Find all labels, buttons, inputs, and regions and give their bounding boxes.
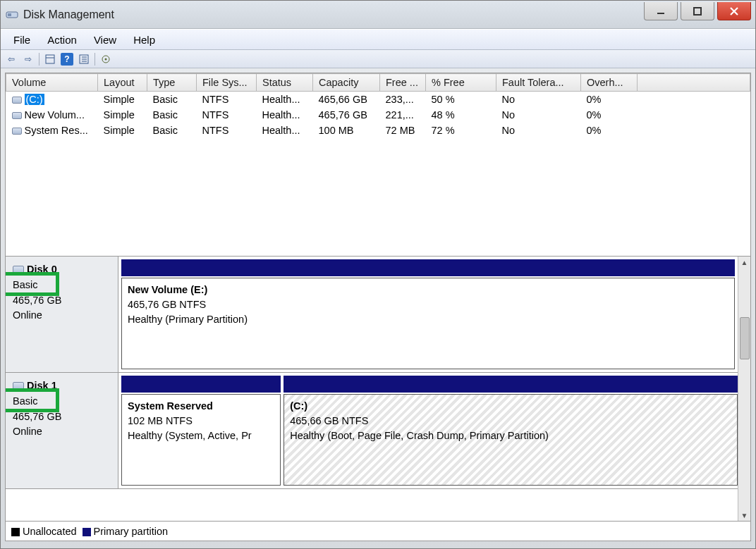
primary-swatch-icon bbox=[83, 528, 91, 536]
legend-primary: Primary partition bbox=[83, 526, 169, 537]
column-header[interactable]: Free ... bbox=[380, 74, 426, 92]
table-cell: No bbox=[496, 92, 581, 108]
partition[interactable]: System Reserved102 MB NTFSHealthy (Syste… bbox=[121, 394, 281, 486]
content-area: VolumeLayoutTypeFile Sys...StatusCapacit… bbox=[5, 73, 751, 541]
legend-unallocated-label: Unallocated bbox=[23, 526, 77, 537]
forward-icon[interactable]: ⇨ bbox=[22, 53, 35, 66]
disk-partitions: New Volume (E:)465,76 GB NTFSHealthy (Pr… bbox=[118, 257, 738, 372]
legend-unallocated: Unallocated bbox=[11, 526, 77, 537]
vertical-scrollbar[interactable]: ▲ ▼ bbox=[738, 257, 750, 521]
disk-row: Disk 0Basic465,76 GBOnlineNew Volume (E:… bbox=[6, 257, 738, 373]
table-cell: System Res... bbox=[6, 123, 98, 138]
column-header[interactable]: Capacity bbox=[313, 74, 380, 92]
partition-status: Healthy (Boot, Page File, Crash Dump, Pr… bbox=[290, 428, 731, 443]
table-cell: 0% bbox=[581, 92, 638, 108]
disk-icon bbox=[13, 266, 24, 274]
column-header[interactable]: File Sys... bbox=[197, 74, 257, 92]
table-cell: Simple bbox=[98, 123, 147, 138]
table-row[interactable]: New Volum...SimpleBasicNTFSHealth...465,… bbox=[6, 107, 750, 123]
column-header[interactable]: Layout bbox=[98, 74, 147, 92]
table-cell: 0% bbox=[581, 107, 638, 123]
back-icon[interactable]: ⇦ bbox=[5, 53, 18, 66]
menu-file[interactable]: File bbox=[5, 32, 39, 48]
svg-rect-6 bbox=[46, 55, 54, 63]
table-cell: NTFS bbox=[197, 123, 257, 138]
disk-size: 465,76 GB bbox=[13, 295, 61, 306]
menu-action[interactable]: Action bbox=[39, 32, 85, 48]
table-row[interactable]: (C:)SimpleBasicNTFSHealth...465,66 GB233… bbox=[6, 92, 750, 108]
partition[interactable]: (C:)465,66 GB NTFSHealthy (Boot, Page Fi… bbox=[284, 394, 738, 486]
partition-title: New Volume (E:) bbox=[128, 283, 728, 297]
table-cell: Health... bbox=[257, 123, 313, 138]
table-cell: 100 MB bbox=[313, 123, 380, 138]
close-button[interactable] bbox=[717, 2, 751, 20]
table-cell: New Volum... bbox=[6, 107, 98, 123]
disk-list: Disk 0Basic465,76 GBOnlineNew Volume (E:… bbox=[6, 257, 738, 521]
disk-icon bbox=[13, 382, 24, 390]
app-window: Disk Management File Action View Help ⇦ … bbox=[0, 0, 756, 549]
table-cell: No bbox=[496, 107, 581, 123]
minimize-button[interactable] bbox=[644, 2, 678, 20]
table-header-row[interactable]: VolumeLayoutTypeFile Sys...StatusCapacit… bbox=[6, 74, 750, 92]
table-cell: 50 % bbox=[426, 92, 496, 108]
toolbar: ⇦ ⇨ ? bbox=[1, 50, 755, 68]
partition[interactable]: New Volume (E:)465,76 GB NTFSHealthy (Pr… bbox=[121, 278, 735, 369]
table-row[interactable]: System Res...SimpleBasicNTFSHealth...100… bbox=[6, 123, 750, 138]
disk-status: Online bbox=[13, 426, 42, 437]
column-header[interactable]: % Free bbox=[426, 74, 496, 92]
table-cell: Basic bbox=[147, 123, 197, 138]
volume-icon bbox=[12, 112, 22, 119]
partition-status: Healthy (Primary Partition) bbox=[128, 312, 728, 327]
app-icon bbox=[5, 8, 19, 22]
column-header[interactable]: Type bbox=[147, 74, 197, 92]
table-cell: 72 MB bbox=[380, 123, 426, 138]
window-controls bbox=[644, 2, 751, 20]
menubar: File Action View Help bbox=[1, 29, 755, 50]
table-cell: NTFS bbox=[197, 92, 257, 108]
disk-name: Disk 0 bbox=[27, 264, 57, 275]
disk-row: Disk 1Basic465,76 GBOnlineSystem Reserve… bbox=[6, 373, 738, 489]
disk-graphical-area: Disk 0Basic465,76 GBOnlineNew Volume (E:… bbox=[6, 257, 750, 521]
partition-title: System Reserved bbox=[128, 399, 274, 414]
partition-title: (C:) bbox=[290, 399, 731, 414]
partition-size: 102 MB NTFS bbox=[128, 414, 274, 428]
disk-info[interactable]: Disk 0Basic465,76 GBOnline bbox=[6, 257, 118, 372]
table-cell: No bbox=[496, 123, 581, 138]
maximize-button[interactable] bbox=[681, 2, 714, 20]
disk-type: Basic bbox=[13, 395, 37, 407]
disk-size: 465,76 GB bbox=[13, 411, 61, 422]
partition-size: 465,76 GB NTFS bbox=[128, 297, 728, 312]
unallocated-swatch-icon bbox=[11, 528, 20, 536]
scroll-down-icon[interactable]: ▼ bbox=[741, 510, 748, 521]
volume-icon bbox=[12, 128, 22, 135]
menu-view[interactable]: View bbox=[85, 32, 125, 48]
table-cell: Basic bbox=[147, 92, 197, 108]
column-header[interactable]: Volume bbox=[6, 74, 98, 92]
table-cell: 48 % bbox=[426, 107, 496, 123]
column-header[interactable]: Overh... bbox=[581, 74, 638, 92]
table-cell: Health... bbox=[257, 107, 313, 123]
table-cell: NTFS bbox=[197, 107, 257, 123]
table-cell: Basic bbox=[147, 107, 197, 123]
titlebar[interactable]: Disk Management bbox=[1, 1, 755, 29]
column-header[interactable]: Fault Tolera... bbox=[496, 74, 581, 92]
scrollbar-thumb[interactable] bbox=[740, 317, 750, 359]
disk-info[interactable]: Disk 1Basic465,76 GBOnline bbox=[6, 373, 118, 488]
table-cell: 72 % bbox=[426, 123, 496, 138]
menu-help[interactable]: Help bbox=[125, 32, 164, 48]
window-title: Disk Management bbox=[23, 8, 114, 21]
disk-type: Basic bbox=[13, 279, 37, 290]
column-header[interactable]: Status bbox=[257, 74, 313, 92]
list-icon[interactable] bbox=[78, 53, 90, 66]
disk-name: Disk 1 bbox=[27, 380, 57, 391]
volume-table[interactable]: VolumeLayoutTypeFile Sys...StatusCapacit… bbox=[6, 73, 750, 138]
help-icon[interactable]: ? bbox=[61, 53, 73, 66]
scroll-up-icon[interactable]: ▲ bbox=[741, 257, 748, 268]
properties-icon[interactable] bbox=[44, 53, 56, 66]
partition-header bbox=[284, 376, 738, 393]
settings-icon[interactable] bbox=[99, 53, 112, 66]
legend-primary-label: Primary partition bbox=[94, 526, 169, 537]
table-cell: (C:) bbox=[6, 92, 98, 108]
volume-table-area: VolumeLayoutTypeFile Sys...StatusCapacit… bbox=[6, 73, 750, 257]
svg-rect-1 bbox=[8, 13, 11, 16]
